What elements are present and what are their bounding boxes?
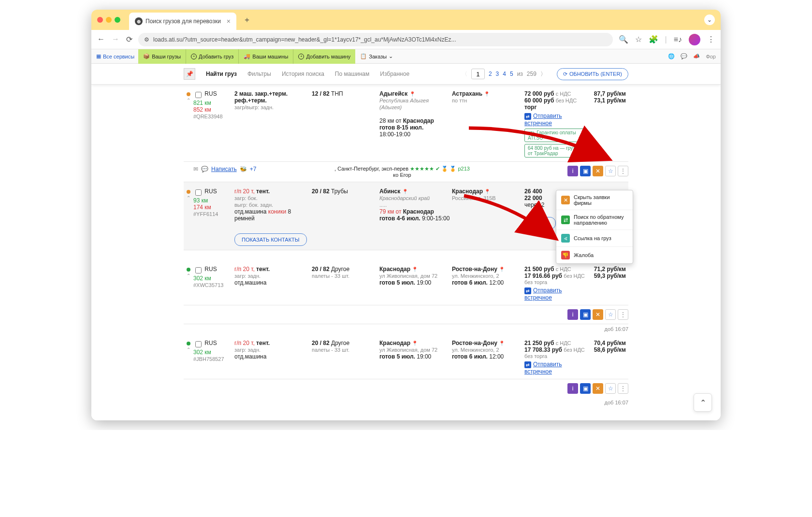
price-per-km2: 73,1 руб/км [587, 97, 626, 104]
all-services-link[interactable]: Все сервисы [103, 54, 138, 59]
hide-icon[interactable]: ✕ [593, 166, 603, 176]
tab-find-load[interactable]: Найти груз [206, 71, 237, 77]
star-icon[interactable]: ☆ [605, 383, 616, 394]
star-icon[interactable]: ☆ [605, 166, 616, 176]
page-link[interactable]: 3 [496, 71, 499, 77]
add-truck-link[interactable]: +Добавить машину [293, 49, 355, 64]
hide-icon[interactable]: ✕ [593, 309, 603, 320]
info-icon[interactable]: i [567, 166, 578, 176]
scroll-to-top-button[interactable]: ⌃ [694, 393, 712, 412]
tab-title: Поиск грузов для перевозки [145, 18, 221, 25]
menu-icon[interactable]: ⋮ [707, 35, 715, 44]
chat-icon[interactable]: 💬 [681, 53, 687, 59]
carrier-row: i ▣ ✕ ☆ ⋮ [184, 305, 628, 324]
star-icon[interactable]: ☆ [605, 309, 616, 320]
cargo-type: ТНП [331, 90, 343, 97]
distance-green: 302 км [193, 275, 211, 282]
capacity: г/п 20 т, [234, 188, 255, 195]
orders-link[interactable]: 📋Заказы⌄ [355, 53, 398, 59]
trakradar-button[interactable]: 64 800 руб на — грузке от ТракРадар [524, 144, 587, 158]
reload-icon[interactable]: ⟳ [126, 35, 132, 44]
distance-red: 174 км [193, 204, 211, 211]
hide-icon[interactable]: ✕ [593, 383, 603, 394]
your-trucks-link[interactable]: 🚚Ваши машины [239, 49, 293, 64]
load-id: #YFF6114 [193, 211, 218, 217]
dropdown-hide-firm[interactable]: ✕ Скрыть заявки фирмы [556, 190, 633, 210]
mail-icon: ✉ [193, 166, 198, 172]
row-checkbox[interactable] [195, 267, 202, 273]
more-icon[interactable]: ⋮ [618, 383, 628, 394]
buy-button[interactable]: Купить [524, 217, 556, 230]
grid-icon: ▦ [96, 53, 101, 59]
your-loads-link[interactable]: 📦Ваши грузы [138, 49, 186, 64]
write-link[interactable]: Написать [211, 166, 237, 172]
truck-type: тент. [256, 188, 270, 195]
row-checkbox[interactable] [195, 341, 202, 347]
tab-filters[interactable]: Фильтры [247, 71, 271, 77]
close-window-icon[interactable] [97, 17, 103, 23]
forward-icon: → [112, 35, 119, 44]
forum-link[interactable]: Фор [706, 54, 716, 59]
thumbs-down-icon: 👎 [561, 251, 570, 259]
carrier-row: i ▣ ✕ ☆ ⋮ [184, 379, 628, 398]
maximize-window-icon[interactable] [115, 17, 120, 23]
row-checkbox[interactable] [195, 189, 202, 196]
collapse-icon[interactable]: ⌃ [187, 196, 190, 201]
pin-icon[interactable]: 📌 [184, 68, 195, 80]
refresh-button[interactable]: ⟳ ОБНОВИТЬ (ENTER) [557, 68, 628, 80]
browser-tabstrip: ⊕ Поиск грузов для перевозки × ＋ ⌄ [91, 10, 721, 30]
profile-avatar[interactable] [689, 34, 700, 45]
actions-dropdown: ✕ Скрыть заявки фирмы ⇄ Поиск по обратно… [556, 190, 633, 264]
info-icon[interactable]: i [567, 383, 578, 394]
info-icon[interactable]: i [567, 309, 578, 320]
distance-green: 821 км [193, 100, 211, 106]
extensions-icon[interactable]: 🧩 [649, 35, 658, 44]
dropdown-link[interactable]: ⪡ Ссылка на груз [556, 230, 633, 247]
more-icon[interactable]: ⋮ [618, 166, 628, 176]
price1: 72 000 руб [524, 90, 554, 97]
tab-history[interactable]: История поиска [282, 71, 324, 77]
pin-icon: 📍 [484, 189, 490, 194]
site-toolbar: ▦ Все сервисы 📦Ваши грузы +Добавить груз… [91, 49, 721, 64]
load-id: #XWC35713 [193, 282, 223, 288]
zoom-icon[interactable]: 🔍 [619, 35, 628, 44]
pin-icon: 📍 [409, 91, 415, 97]
pin-icon: 📍 [412, 267, 418, 272]
page-input[interactable] [471, 69, 485, 79]
collapse-icon[interactable]: ⌃ [187, 347, 190, 352]
tabs-dropdown-icon[interactable]: ⌄ [704, 14, 715, 25]
browser-tab[interactable]: ⊕ Поиск грузов для перевозки × [129, 13, 236, 30]
truck-type2: реф.+терм. [234, 97, 267, 104]
megaphone-icon[interactable]: 📣 [693, 53, 700, 59]
tab-by-trucks[interactable]: По машинам [335, 71, 369, 77]
page-link[interactable]: 2 [489, 71, 492, 77]
collapse-icon[interactable]: ⌃ [187, 273, 190, 278]
message-icon[interactable]: ▣ [580, 309, 591, 320]
next-page-icon[interactable]: 〉 [540, 70, 546, 78]
page-link[interactable]: 4 [503, 71, 506, 77]
tab-favorites[interactable]: Избранное [380, 71, 409, 77]
load-row: ⌃ RUS 302 км #JBH758527 г/п 20 т, тент. … [184, 334, 628, 379]
new-tab-button[interactable]: ＋ [241, 14, 253, 26]
origin-region: Республика Адыгея (Адыгея) [379, 98, 429, 110]
page-link[interactable]: 5 [510, 71, 513, 77]
bookmark-icon[interactable]: ☆ [635, 35, 642, 44]
collapse-icon[interactable]: ⌃ [187, 98, 190, 103]
url-input[interactable]: ⚙ loads.ati.su/?utm_source=header&utm_ca… [138, 33, 613, 46]
playlist-icon[interactable]: ≡♪ [674, 35, 682, 44]
close-tab-icon[interactable]: × [227, 17, 231, 25]
message-icon[interactable]: ▣ [580, 166, 591, 176]
reverse-icon: ⇄ [561, 215, 570, 224]
guarantee-button[interactable]: ить Гарантию оплаты ATI.SU [524, 129, 587, 142]
dropdown-complaint[interactable]: 👎 Жалоба [556, 247, 633, 263]
row-checkbox[interactable] [195, 92, 202, 98]
minimize-window-icon[interactable] [106, 17, 112, 23]
dropdown-reverse-search[interactable]: ⇄ Поиск по обратному направлению [556, 210, 633, 230]
message-icon[interactable]: ▣ [580, 383, 591, 394]
add-load-link[interactable]: +Добавить груз [186, 49, 239, 64]
site-settings-icon[interactable]: ⚙ [144, 36, 149, 43]
back-icon[interactable]: ← [97, 35, 105, 44]
more-icon[interactable]: ⋮ [618, 309, 628, 320]
show-contacts-button[interactable]: ПОКАЗАТЬ КОНТАКТЫ [234, 233, 307, 246]
globe-icon[interactable]: 🌐 [668, 53, 675, 59]
